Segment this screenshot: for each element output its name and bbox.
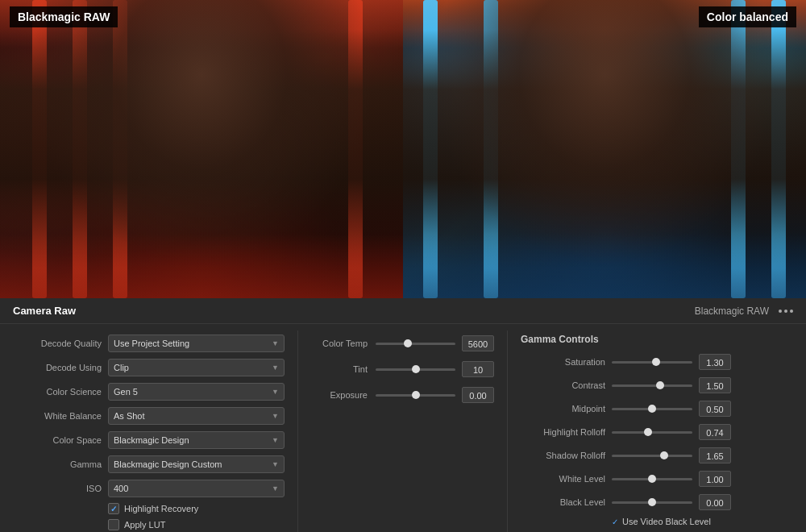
highlight-rolloff-row: Highlight Rolloff 0.74: [521, 423, 793, 441]
tint-value[interactable]: 10: [462, 361, 494, 377]
highlight-rolloff-label: Highlight Rolloff: [521, 427, 605, 437]
white-level-row: White Level 1.00: [521, 470, 793, 488]
tint-thumb: [412, 365, 420, 373]
black-level-row: Black Level 0.00: [521, 493, 793, 511]
panel-content: Decode Quality Use Project Setting ▼ Dec…: [0, 324, 806, 532]
color-temp-thumb: [404, 339, 412, 347]
saturation-value[interactable]: 1.30: [699, 354, 731, 370]
highlight-recovery-checkbox[interactable]: ✓: [108, 503, 119, 514]
shadow-rolloff-label: Shadow Rolloff: [521, 451, 605, 460]
highlight-rolloff-value[interactable]: 0.74: [699, 424, 731, 440]
white-balance-row: White Balance As Shot ▼: [13, 406, 285, 426]
highlight-recovery-checkmark: ✓: [110, 505, 117, 513]
exposure-value[interactable]: 0.00: [462, 387, 494, 403]
color-space-value: Blackmagic Design: [114, 435, 189, 445]
decode-quality-value: Use Project Setting: [114, 339, 189, 348]
highlight-rolloff-track[interactable]: [612, 431, 692, 434]
color-science-dropdown[interactable]: Gen 5 ▼: [108, 383, 285, 401]
gamma-value: Blackmagic Design Custom: [114, 459, 222, 469]
decode-quality-dropdown[interactable]: Use Project Setting ▼: [108, 335, 285, 352]
color-temp-value[interactable]: 5600: [462, 335, 494, 351]
use-video-black-level-row: ✓ Use Video Black Level: [612, 517, 793, 526]
preview-label-right: Color balanced: [699, 6, 796, 27]
exposure-track[interactable]: [376, 394, 455, 397]
gamma-label: Gamma: [13, 459, 102, 469]
apply-lut-checkbox[interactable]: [108, 519, 119, 530]
contrast-track[interactable]: [612, 384, 692, 387]
middle-controls: Color Temp 5600 Tint 10 Exposure: [298, 330, 508, 532]
white-balance-value: As Shot: [114, 411, 145, 421]
gamma-row: Gamma Blackmagic Design Custom ▼: [13, 455, 285, 474]
decode-using-label: Decode Using: [13, 363, 102, 372]
color-temp-label: Color Temp: [311, 339, 368, 348]
color-science-arrow: ▼: [272, 388, 279, 396]
black-level-track[interactable]: [612, 501, 692, 504]
exposure-row: Exposure 0.00: [311, 385, 494, 405]
tint-track[interactable]: [376, 368, 455, 371]
iso-label: ISO: [13, 484, 102, 493]
white-level-value[interactable]: 1.00: [699, 471, 731, 487]
gamma-dropdown[interactable]: Blackmagic Design Custom ▼: [108, 455, 285, 473]
shadow-rolloff-thumb: [660, 451, 668, 459]
decode-using-dropdown[interactable]: Clip ▼: [108, 359, 285, 376]
exposure-thumb: [412, 391, 420, 399]
use-video-checkmark: ✓: [612, 517, 618, 526]
midpoint-label: Midpoint: [521, 404, 605, 414]
color-space-row: Color Space Blackmagic Design ▼: [13, 430, 285, 450]
panel-header-right: Blackmagic RAW: [695, 305, 793, 317]
right-controls: Gamma Controls Saturation 1.30 Contrast …: [508, 330, 806, 532]
preview-right: [403, 0, 806, 298]
dot-3: [790, 310, 793, 313]
decode-quality-label: Decode Quality: [13, 339, 102, 348]
panel-header: Camera Raw Blackmagic RAW: [0, 298, 806, 324]
highlight-rolloff-thumb: [644, 428, 652, 436]
preview-area: Blackmagic RAW Color balanced: [0, 0, 806, 298]
black-level-thumb: [648, 498, 656, 506]
exposure-label: Exposure: [311, 390, 368, 400]
iso-arrow: ▼: [272, 484, 279, 493]
iso-dropdown[interactable]: 400 ▼: [108, 480, 285, 497]
gamma-controls-title: Gamma Controls: [521, 334, 793, 345]
color-space-label: Color Space: [13, 435, 102, 445]
white-level-label: White Level: [521, 474, 605, 484]
panel-source-label: Blackmagic RAW: [695, 305, 769, 317]
decode-quality-arrow: ▼: [272, 339, 279, 347]
midpoint-row: Midpoint 0.50: [521, 400, 793, 418]
use-video-label: Use Video Black Level: [622, 517, 711, 526]
saturation-thumb: [652, 358, 660, 366]
dot-2: [784, 310, 787, 313]
black-level-value[interactable]: 0.00: [699, 494, 731, 510]
white-balance-dropdown[interactable]: As Shot ▼: [108, 407, 285, 425]
decode-using-arrow: ▼: [272, 364, 279, 372]
saturation-track[interactable]: [612, 361, 692, 364]
apply-lut-label: Apply LUT: [124, 520, 165, 530]
preview-label-left: Blackmagic RAW: [10, 6, 118, 27]
color-temp-row: Color Temp 5600: [311, 334, 494, 353]
iso-row: ISO 400 ▼: [13, 479, 285, 498]
white-level-thumb: [648, 475, 656, 483]
shadow-rolloff-value[interactable]: 1.65: [699, 447, 731, 463]
black-level-label: Black Level: [521, 497, 605, 507]
apply-lut-row: Apply LUT: [108, 519, 285, 530]
decode-quality-row: Decode Quality Use Project Setting ▼: [13, 334, 285, 353]
highlight-recovery-label: Highlight Recovery: [124, 504, 198, 513]
saturation-label: Saturation: [521, 357, 605, 367]
color-science-row: Color Science Gen 5 ▼: [13, 382, 285, 401]
tint-row: Tint 10: [311, 360, 494, 379]
bottom-panel: Camera Raw Blackmagic RAW Decode Quality…: [0, 298, 806, 532]
panel-title: Camera Raw: [13, 305, 76, 317]
color-temp-track[interactable]: [376, 343, 455, 345]
dots-menu-button[interactable]: [779, 310, 793, 313]
white-balance-label: White Balance: [13, 411, 102, 421]
color-space-arrow: ▼: [272, 436, 279, 444]
left-controls: Decode Quality Use Project Setting ▼ Dec…: [0, 330, 298, 532]
color-space-dropdown[interactable]: Blackmagic Design ▼: [108, 431, 285, 449]
midpoint-thumb: [648, 405, 656, 413]
contrast-value[interactable]: 1.50: [699, 377, 731, 393]
midpoint-track[interactable]: [612, 408, 692, 410]
midpoint-value[interactable]: 0.50: [699, 401, 731, 417]
shadow-rolloff-track[interactable]: [612, 455, 692, 457]
white-balance-arrow: ▼: [272, 412, 279, 420]
white-level-track[interactable]: [612, 478, 692, 480]
gamma-arrow: ▼: [272, 460, 279, 468]
